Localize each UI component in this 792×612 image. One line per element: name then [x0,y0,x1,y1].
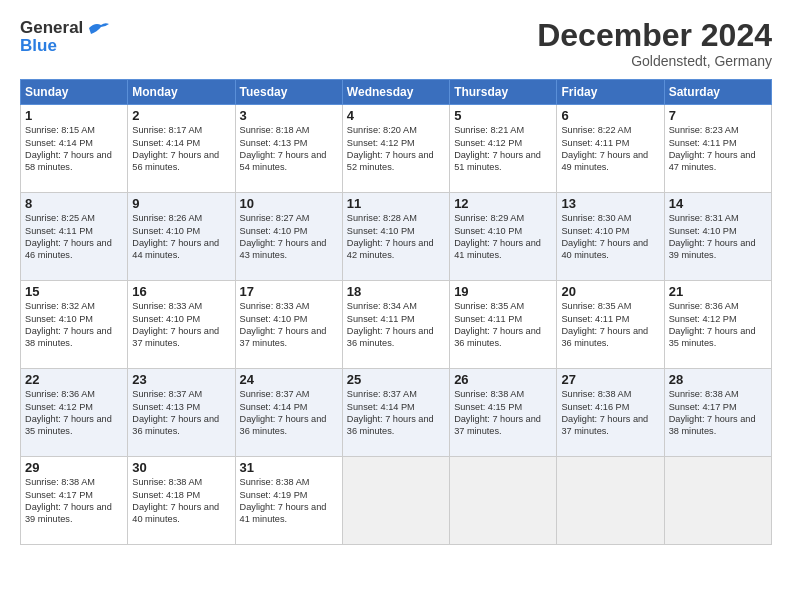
calendar-cell: 22Sunrise: 8:36 AMSunset: 4:12 PMDayligh… [21,369,128,457]
cell-details: Sunrise: 8:37 AMSunset: 4:13 PMDaylight:… [132,388,230,438]
calendar-cell [664,457,771,545]
logo-bird-icon [87,20,109,36]
day-number: 8 [25,196,123,211]
day-number: 25 [347,372,445,387]
calendar-cell: 25Sunrise: 8:37 AMSunset: 4:14 PMDayligh… [342,369,449,457]
cell-details: Sunrise: 8:38 AMSunset: 4:16 PMDaylight:… [561,388,659,438]
col-header-friday: Friday [557,80,664,105]
day-number: 13 [561,196,659,211]
calendar-cell: 31Sunrise: 8:38 AMSunset: 4:19 PMDayligh… [235,457,342,545]
calendar-week-row: 15Sunrise: 8:32 AMSunset: 4:10 PMDayligh… [21,281,772,369]
cell-details: Sunrise: 8:23 AMSunset: 4:11 PMDaylight:… [669,124,767,174]
col-header-saturday: Saturday [664,80,771,105]
cell-details: Sunrise: 8:26 AMSunset: 4:10 PMDaylight:… [132,212,230,262]
calendar-cell: 20Sunrise: 8:35 AMSunset: 4:11 PMDayligh… [557,281,664,369]
cell-details: Sunrise: 8:33 AMSunset: 4:10 PMDaylight:… [132,300,230,350]
day-number: 5 [454,108,552,123]
cell-details: Sunrise: 8:27 AMSunset: 4:10 PMDaylight:… [240,212,338,262]
day-number: 17 [240,284,338,299]
calendar-cell: 14Sunrise: 8:31 AMSunset: 4:10 PMDayligh… [664,193,771,281]
calendar-cell: 17Sunrise: 8:33 AMSunset: 4:10 PMDayligh… [235,281,342,369]
day-number: 4 [347,108,445,123]
calendar-cell: 15Sunrise: 8:32 AMSunset: 4:10 PMDayligh… [21,281,128,369]
day-number: 19 [454,284,552,299]
calendar-cell [342,457,449,545]
main-title: December 2024 [537,18,772,53]
calendar-cell: 19Sunrise: 8:35 AMSunset: 4:11 PMDayligh… [450,281,557,369]
title-block: December 2024 Goldenstedt, Germany [537,18,772,69]
cell-details: Sunrise: 8:20 AMSunset: 4:12 PMDaylight:… [347,124,445,174]
cell-details: Sunrise: 8:15 AMSunset: 4:14 PMDaylight:… [25,124,123,174]
calendar-cell: 27Sunrise: 8:38 AMSunset: 4:16 PMDayligh… [557,369,664,457]
calendar-cell: 13Sunrise: 8:30 AMSunset: 4:10 PMDayligh… [557,193,664,281]
calendar-week-row: 1Sunrise: 8:15 AMSunset: 4:14 PMDaylight… [21,105,772,193]
calendar-cell: 3Sunrise: 8:18 AMSunset: 4:13 PMDaylight… [235,105,342,193]
col-header-sunday: Sunday [21,80,128,105]
day-number: 7 [669,108,767,123]
cell-details: Sunrise: 8:38 AMSunset: 4:18 PMDaylight:… [132,476,230,526]
calendar-cell: 10Sunrise: 8:27 AMSunset: 4:10 PMDayligh… [235,193,342,281]
cell-details: Sunrise: 8:34 AMSunset: 4:11 PMDaylight:… [347,300,445,350]
day-number: 23 [132,372,230,387]
calendar-cell: 6Sunrise: 8:22 AMSunset: 4:11 PMDaylight… [557,105,664,193]
day-number: 15 [25,284,123,299]
calendar-cell: 18Sunrise: 8:34 AMSunset: 4:11 PMDayligh… [342,281,449,369]
day-number: 22 [25,372,123,387]
col-header-wednesday: Wednesday [342,80,449,105]
cell-details: Sunrise: 8:33 AMSunset: 4:10 PMDaylight:… [240,300,338,350]
day-number: 20 [561,284,659,299]
day-number: 24 [240,372,338,387]
col-header-tuesday: Tuesday [235,80,342,105]
cell-details: Sunrise: 8:31 AMSunset: 4:10 PMDaylight:… [669,212,767,262]
day-number: 29 [25,460,123,475]
calendar-cell: 9Sunrise: 8:26 AMSunset: 4:10 PMDaylight… [128,193,235,281]
calendar-cell: 23Sunrise: 8:37 AMSunset: 4:13 PMDayligh… [128,369,235,457]
calendar-cell: 16Sunrise: 8:33 AMSunset: 4:10 PMDayligh… [128,281,235,369]
calendar-week-row: 8Sunrise: 8:25 AMSunset: 4:11 PMDaylight… [21,193,772,281]
day-number: 21 [669,284,767,299]
cell-details: Sunrise: 8:17 AMSunset: 4:14 PMDaylight:… [132,124,230,174]
page: General Blue December 2024 Goldenstedt, … [0,0,792,612]
day-number: 6 [561,108,659,123]
cell-details: Sunrise: 8:25 AMSunset: 4:11 PMDaylight:… [25,212,123,262]
calendar-week-row: 22Sunrise: 8:36 AMSunset: 4:12 PMDayligh… [21,369,772,457]
subtitle: Goldenstedt, Germany [537,53,772,69]
day-number: 31 [240,460,338,475]
col-header-thursday: Thursday [450,80,557,105]
cell-details: Sunrise: 8:22 AMSunset: 4:11 PMDaylight:… [561,124,659,174]
calendar-cell: 7Sunrise: 8:23 AMSunset: 4:11 PMDaylight… [664,105,771,193]
day-number: 2 [132,108,230,123]
cell-details: Sunrise: 8:37 AMSunset: 4:14 PMDaylight:… [240,388,338,438]
cell-details: Sunrise: 8:28 AMSunset: 4:10 PMDaylight:… [347,212,445,262]
cell-details: Sunrise: 8:38 AMSunset: 4:17 PMDaylight:… [25,476,123,526]
calendar-cell: 2Sunrise: 8:17 AMSunset: 4:14 PMDaylight… [128,105,235,193]
calendar-week-row: 29Sunrise: 8:38 AMSunset: 4:17 PMDayligh… [21,457,772,545]
day-number: 9 [132,196,230,211]
cell-details: Sunrise: 8:38 AMSunset: 4:19 PMDaylight:… [240,476,338,526]
cell-details: Sunrise: 8:21 AMSunset: 4:12 PMDaylight:… [454,124,552,174]
calendar-cell: 30Sunrise: 8:38 AMSunset: 4:18 PMDayligh… [128,457,235,545]
col-header-monday: Monday [128,80,235,105]
calendar-cell: 29Sunrise: 8:38 AMSunset: 4:17 PMDayligh… [21,457,128,545]
cell-details: Sunrise: 8:38 AMSunset: 4:17 PMDaylight:… [669,388,767,438]
calendar-header-row: SundayMondayTuesdayWednesdayThursdayFrid… [21,80,772,105]
calendar-cell: 5Sunrise: 8:21 AMSunset: 4:12 PMDaylight… [450,105,557,193]
logo: General Blue [20,18,109,56]
calendar-cell [557,457,664,545]
calendar-cell: 11Sunrise: 8:28 AMSunset: 4:10 PMDayligh… [342,193,449,281]
cell-details: Sunrise: 8:35 AMSunset: 4:11 PMDaylight:… [454,300,552,350]
cell-details: Sunrise: 8:30 AMSunset: 4:10 PMDaylight:… [561,212,659,262]
day-number: 30 [132,460,230,475]
cell-details: Sunrise: 8:35 AMSunset: 4:11 PMDaylight:… [561,300,659,350]
cell-details: Sunrise: 8:38 AMSunset: 4:15 PMDaylight:… [454,388,552,438]
day-number: 26 [454,372,552,387]
day-number: 28 [669,372,767,387]
day-number: 3 [240,108,338,123]
calendar-cell: 4Sunrise: 8:20 AMSunset: 4:12 PMDaylight… [342,105,449,193]
day-number: 16 [132,284,230,299]
calendar-cell: 28Sunrise: 8:38 AMSunset: 4:17 PMDayligh… [664,369,771,457]
logo-general: General [20,18,83,38]
calendar-cell: 1Sunrise: 8:15 AMSunset: 4:14 PMDaylight… [21,105,128,193]
calendar-cell: 12Sunrise: 8:29 AMSunset: 4:10 PMDayligh… [450,193,557,281]
day-number: 10 [240,196,338,211]
